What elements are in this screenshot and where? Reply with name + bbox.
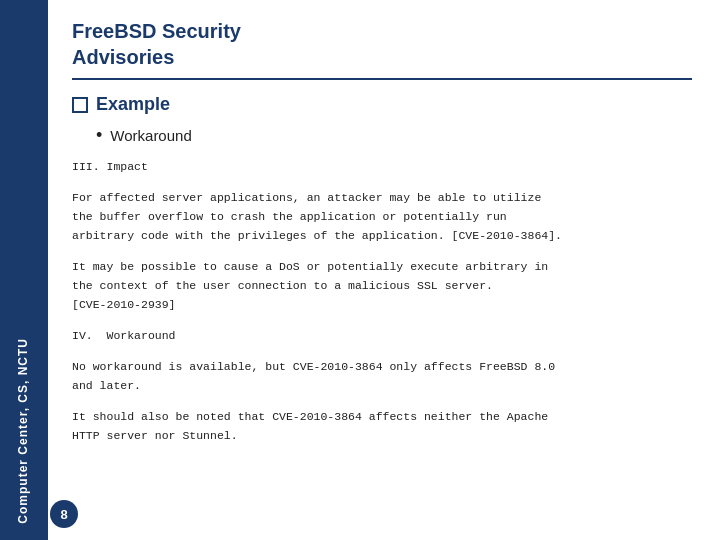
- sidebar: Computer Center, CS, NCTU: [0, 0, 48, 540]
- bullet-item-workaround: • Workaround: [96, 125, 692, 146]
- para4-text: It should also be noted that CVE-2010-38…: [72, 408, 692, 446]
- paragraph3: No workaround is available, but CVE-2010…: [72, 358, 692, 396]
- section3-heading: III. Impact: [72, 158, 692, 177]
- para1-text: For affected server applications, an att…: [72, 189, 692, 246]
- example-heading: Example: [72, 94, 692, 115]
- para3-text: No workaround is available, but CVE-2010…: [72, 358, 692, 396]
- para2-text: It may be possible to cause a DoS or pot…: [72, 258, 692, 315]
- section4-heading: IV. Workaround: [72, 327, 692, 346]
- paragraph4: It should also be noted that CVE-2010-38…: [72, 408, 692, 446]
- section3-block: III. Impact: [72, 158, 692, 177]
- page-title: FreeBSD Security Advisories: [72, 18, 692, 70]
- main-content: FreeBSD Security Advisories Example • Wo…: [48, 0, 720, 540]
- section4-block: IV. Workaround: [72, 327, 692, 346]
- page-number-badge: 8: [50, 500, 78, 528]
- sidebar-label: Computer Center, CS, NCTU: [16, 338, 32, 524]
- paragraph1: For affected server applications, an att…: [72, 189, 692, 246]
- title-divider: [72, 78, 692, 80]
- checkbox-icon: [72, 97, 88, 113]
- paragraph2: It may be possible to cause a DoS or pot…: [72, 258, 692, 315]
- bullet-dot: •: [96, 125, 102, 146]
